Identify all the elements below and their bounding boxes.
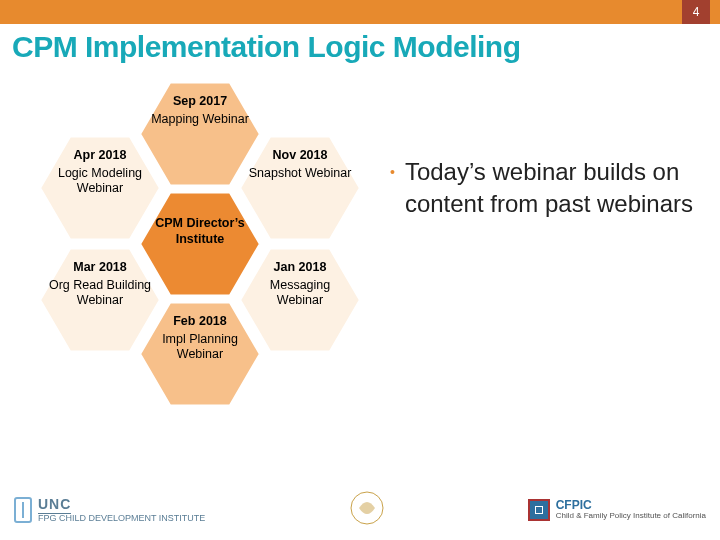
cfpic-square-icon: [528, 499, 550, 521]
page-number-badge: 4: [682, 0, 710, 24]
top-accent-bar: 4: [0, 0, 720, 24]
center-seal-icon: [340, 488, 394, 533]
bullet-dot-icon: •: [390, 156, 395, 188]
cfpic-logo: CFPIC Child & Family Policy Institute of…: [528, 499, 706, 521]
cfpic-text: CFPIC Child & Family Policy Institute of…: [556, 499, 706, 521]
hex-feb2018: Feb 2018Impl Planning Webinar: [140, 302, 260, 406]
unc-text: UNC FPG CHILD DEVELOPMENT INSTITUTE: [38, 497, 205, 523]
bullet-list: • Today’s webinar builds on content from…: [390, 156, 702, 221]
page-title: CPM Implementation Logic Modeling: [12, 30, 708, 64]
hex-diagram: Sep 2017Mapping Webinar Apr 2018Logic Mo…: [10, 64, 370, 484]
unc-mark-icon: [14, 497, 32, 523]
unc-logo: UNC FPG CHILD DEVELOPMENT INSTITUTE: [14, 497, 205, 523]
footer: UNC FPG CHILD DEVELOPMENT INSTITUTE CFPI…: [0, 486, 720, 534]
bullet-item: • Today’s webinar builds on content from…: [390, 156, 702, 221]
bullet-text: Today’s webinar builds on content from p…: [405, 156, 702, 221]
